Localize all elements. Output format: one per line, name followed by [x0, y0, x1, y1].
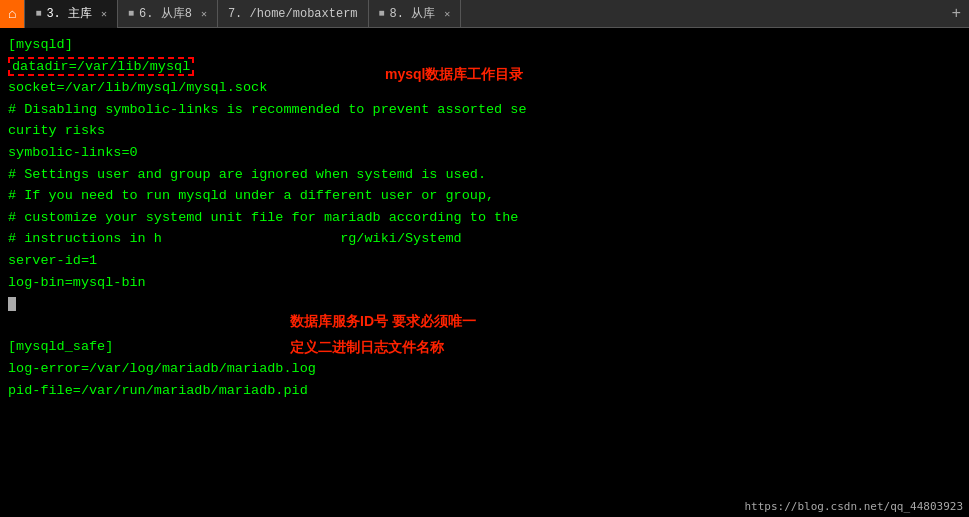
new-tab-button[interactable]: + [943, 5, 969, 23]
home-icon: ⌂ [8, 6, 16, 22]
line-11: server-id=1 [8, 250, 961, 272]
line-10: # instructions in https://fedoraproject.… [8, 228, 961, 250]
terminal-content: [mysqld] datadir=/var/lib/mysql socket=/… [8, 34, 961, 401]
line-9: # customize your systemd unit file for m… [8, 207, 961, 229]
line-8: # If you need to run mysqld under a diff… [8, 185, 961, 207]
line-5: curity risks [8, 120, 961, 142]
tab-8-slave[interactable]: ■ 8. 从库 ✕ [369, 0, 462, 28]
tab-label-2: 6. 从库8 [139, 5, 192, 22]
tab-6-slave8[interactable]: ■ 6. 从库8 ✕ [118, 0, 218, 28]
close-icon-2[interactable]: ✕ [201, 8, 207, 20]
line-1: [mysqld] [8, 34, 961, 56]
home-tab[interactable]: ⌂ [0, 0, 25, 28]
tab-3-master[interactable]: ■ 3. 主库 ✕ [25, 0, 118, 28]
tab-label-1: 3. 主库 [46, 5, 92, 22]
tab-7-home[interactable]: 7. /home/mobaxterm [218, 0, 369, 28]
tab-label-4: 8. 从库 [390, 5, 436, 22]
line-16: log-error=/var/log/mariadb/mariadb.log [8, 358, 961, 380]
line-14 [8, 315, 961, 337]
datadir-highlight: datadir=/var/lib/mysql [8, 57, 194, 76]
close-icon-1[interactable]: ✕ [101, 8, 107, 20]
watermark: https://blog.csdn.net/qq_44803923 [744, 500, 963, 513]
line-2: datadir=/var/lib/mysql [8, 56, 961, 78]
tab-label-3: 7. /home/mobaxterm [228, 7, 358, 21]
line-3: socket=/var/lib/mysql/mysql.sock [8, 77, 961, 99]
terminal-icon-2: ■ [128, 8, 134, 19]
line-4: # Disabling symbolic-links is recommende… [8, 99, 961, 121]
line-12: log-bin=mysql-bin [8, 272, 961, 294]
line-6: symbolic-links=0 [8, 142, 961, 164]
terminal-icon-4: ■ [379, 8, 385, 19]
cursor [8, 297, 16, 311]
line-17: pid-file=/var/run/mariadb/mariadb.pid [8, 380, 961, 402]
tab-bar: ⌂ ■ 3. 主库 ✕ ■ 6. 从库8 ✕ 7. /home/mobaxter… [0, 0, 969, 28]
line-7: # Settings user and group are ignored wh… [8, 164, 961, 186]
line-15: [mysqld_safe] [8, 336, 961, 358]
terminal-area: [mysqld] datadir=/var/lib/mysql socket=/… [0, 28, 969, 517]
line-13 [8, 293, 961, 315]
close-icon-4[interactable]: ✕ [444, 8, 450, 20]
terminal-icon-1: ■ [35, 8, 41, 19]
